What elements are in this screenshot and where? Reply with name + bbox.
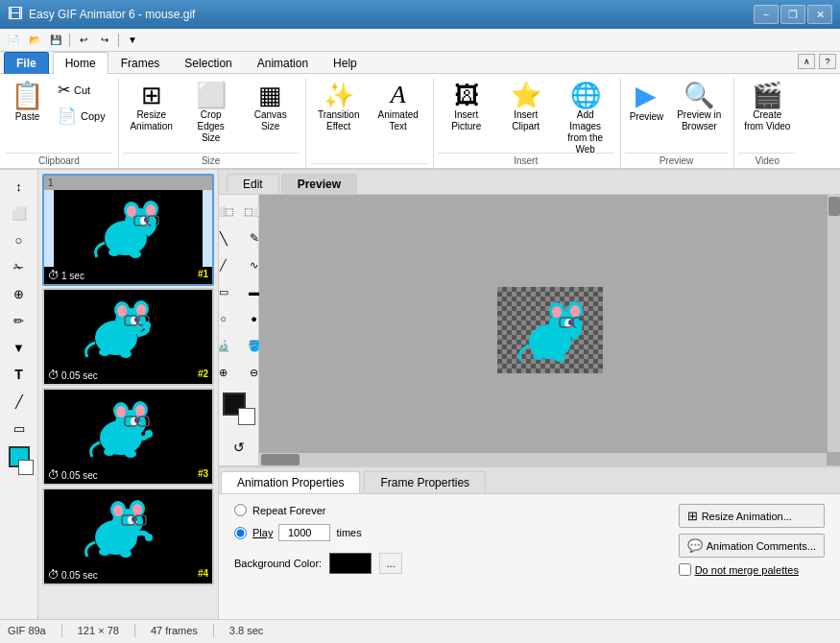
canvas-scrollbar-v[interactable] [827, 195, 840, 452]
transition-effect-button[interactable]: ✨ Transition Effect [310, 78, 368, 147]
preview-browser-button[interactable]: 🔍 Preview in Browser [670, 78, 728, 147]
tab-file[interactable]: File [4, 52, 49, 74]
circle-tool[interactable]: ○ [219, 306, 238, 331]
animation-comments-button[interactable]: 💬 Animation Comments... [679, 534, 825, 558]
help-button[interactable]: ? [819, 54, 836, 69]
frame-item-4[interactable]: ⏱ 0.05 sec #4 [42, 488, 214, 585]
tool-select-rect[interactable]: ⬜ [6, 201, 33, 226]
tool-color-section [223, 393, 255, 425]
tab-edit[interactable]: Edit [227, 174, 279, 194]
zoom-in-tool[interactable]: ⊕ [219, 360, 238, 385]
insert-picture-button[interactable]: 🖼 Insert Picture [438, 78, 495, 147]
frame-thumbnail-4 [78, 494, 155, 561]
tab-home[interactable]: Home [53, 52, 108, 74]
bg-color-swatch[interactable] [329, 553, 372, 574]
open-button[interactable]: 📂 [25, 32, 44, 49]
canvas-size-button[interactable]: ▦ Canvas Size [242, 78, 300, 147]
add-images-web-button[interactable]: 🌐 Add Images from the Web [557, 78, 614, 147]
redo-button[interactable]: ↪ [95, 32, 114, 49]
tool-rect[interactable]: ▭ [6, 416, 33, 441]
collapse-ribbon-button[interactable]: ∧ [798, 54, 815, 69]
tool-fill[interactable]: ▼ [6, 335, 33, 360]
tool-pencil[interactable]: ✏ [6, 308, 33, 333]
tool-arrow[interactable]: ↕ [6, 174, 33, 199]
svg-point-20 [136, 304, 146, 316]
tab-animation[interactable]: Animation [245, 52, 321, 74]
save-button[interactable]: 💾 [46, 32, 65, 49]
preview-button[interactable]: ▶ Preview [625, 78, 669, 147]
frame-num-2: #2 [198, 369, 208, 382]
background-color[interactable] [18, 460, 34, 475]
play-radio[interactable] [234, 527, 247, 539]
scrollbar-thumb-v[interactable] [828, 197, 840, 216]
tool-crop[interactable]: ✁ [6, 254, 33, 279]
copy-button[interactable]: 📄 Copy [51, 104, 112, 128]
cut-copy-group: ✂ Cut 📄 Copy [51, 78, 112, 128]
repeat-forever-radio[interactable] [234, 504, 247, 516]
edit-preview-tabs: Edit Preview [219, 170, 840, 195]
create-video-button[interactable]: 🎬 Create from Video [738, 78, 796, 147]
pencil-tool[interactable]: ╲ [219, 226, 238, 250]
restore-button[interactable]: ❐ [780, 5, 805, 24]
ribbon-group-video: 🎬 Create from Video Video [736, 78, 802, 168]
svg-point-27 [120, 350, 132, 358]
tab-animation-properties[interactable]: Animation Properties [221, 471, 360, 493]
svg-point-26 [99, 348, 110, 356]
rect-tool[interactable]: ▭ [219, 279, 238, 304]
frame-canvas-3 [54, 390, 203, 466]
tab-frames[interactable]: Frames [108, 52, 173, 74]
undo-button[interactable]: ↩ [74, 32, 93, 49]
frame-footer-3: ⏱ 0.05 sec #3 [44, 466, 212, 484]
bg-color-button[interactable]: ... [379, 553, 402, 574]
tab-preview[interactable]: Preview [281, 174, 357, 194]
tool-line[interactable]: ╱ [6, 389, 33, 414]
frame-index: 1 [48, 178, 54, 188]
scrollbar-thumb-h[interactable] [261, 454, 300, 465]
dropper-tool[interactable]: 🔬 [219, 333, 238, 358]
paste-button[interactable]: 📋 Paste [6, 78, 49, 147]
tab-selection[interactable]: Selection [172, 52, 244, 74]
cut-button[interactable]: ✂ Cut [51, 78, 112, 102]
copy-icon: 📄 [58, 107, 77, 125]
frame-panel: 1 [38, 170, 219, 619]
right-content: Edit Preview ⬜⬚ ⬚⬜ ╲ ✎ ╱ ∿ ▭ [219, 170, 840, 619]
insert-clipart-button[interactable]: ⭐ Insert Clipart [497, 78, 555, 147]
animated-text-button[interactable]: A Animated Text [370, 78, 427, 147]
crop-edges-button[interactable]: ⬜ Crop Edges Size [182, 78, 240, 147]
ribbon-group-clipboard: 📋 Paste ✂ Cut 📄 Copy Clipboard [4, 78, 119, 168]
secondary-color-swatch[interactable] [238, 408, 255, 425]
resize-animation-button[interactable]: ⊞ Resize Animation [123, 78, 180, 147]
more-button[interactable]: ▼ [123, 32, 142, 49]
times-label: times [336, 527, 361, 538]
resize-animation-props-button[interactable]: ⊞ Resize Animation... [679, 504, 825, 528]
tab-frame-properties[interactable]: Frame Properties [364, 471, 486, 493]
move-arrow-tool[interactable]: ↺ [225, 435, 253, 460]
select-all-tool[interactable]: ⬜⬚ [219, 199, 238, 224]
line-tool[interactable]: ╱ [219, 252, 238, 277]
titlebar-left: 🎞 Easy GIF Animator 6 - mouse.gif [8, 6, 195, 23]
close-button[interactable]: ✕ [807, 5, 832, 24]
tab-help[interactable]: Help [321, 52, 370, 74]
arrow-tool-section: ↺ [225, 435, 253, 460]
bg-color-label: Background Color: [234, 558, 322, 569]
new-button[interactable]: 📄 [4, 32, 23, 49]
frame-item[interactable]: 1 [42, 174, 214, 286]
no-merge-checkbox[interactable] [679, 563, 691, 576]
tool-text[interactable]: T [6, 362, 33, 387]
tool-select-circle[interactable]: ○ [6, 227, 33, 252]
frame-item-2[interactable]: ⏱ 0.05 sec #2 [42, 288, 214, 386]
main-area: ↕ ⬜ ○ ✁ ⊕ ✏ ▼ T ╱ ▭ 1 [0, 170, 840, 619]
props-content: Repeat Forever Play times Background Col… [219, 494, 840, 619]
frame-canvas-2 [54, 290, 203, 367]
canvas-scrollbar-h[interactable] [259, 452, 827, 465]
frame-item-3[interactable]: ⏱ 0.05 sec #3 [42, 388, 214, 486]
canvas-area[interactable] [259, 195, 840, 465]
cut-icon: ✂ [58, 81, 70, 99]
tool-zoom[interactable]: ⊕ [6, 281, 33, 306]
titlebar-title: Easy GIF Animator 6 - mouse.gif [29, 8, 195, 21]
props-tab-bar: Animation Properties Frame Properties [219, 467, 840, 494]
status-sep-1 [61, 624, 62, 637]
play-count-input[interactable] [278, 524, 330, 541]
minimize-button[interactable]: − [754, 5, 779, 24]
svg-point-52 [99, 548, 110, 556]
